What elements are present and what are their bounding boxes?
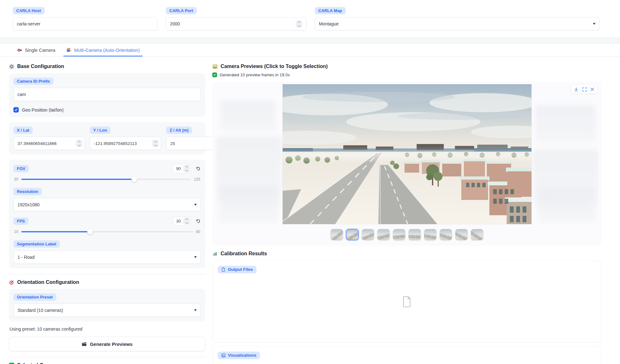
fov-number-input[interactable]: 90 — [173, 164, 191, 173]
picture-frame-icon — [212, 64, 218, 69]
file-icon — [221, 267, 226, 272]
x-lat-label: X / Lat — [13, 127, 33, 134]
fps-reset-button[interactable] — [195, 218, 201, 224]
preset-status-text: Using preset: 10 cameras configured — [10, 326, 205, 332]
tab-single-camera[interactable]: Single Camera — [13, 45, 60, 56]
gallery-thumbnail-7[interactable] — [424, 229, 437, 240]
gallery-main-image[interactable] — [283, 84, 532, 224]
fov-slider-handle[interactable] — [131, 176, 137, 182]
section-gap — [0, 37, 620, 44]
carla-map-select[interactable]: Montague — [315, 17, 600, 31]
fullscreen-button[interactable] — [580, 86, 588, 93]
fov-reset-button[interactable] — [195, 166, 201, 172]
divider — [9, 274, 205, 274]
segmentation-select[interactable]: 1 - Road — [13, 251, 201, 264]
carla-host-label: CARLA Host — [13, 7, 45, 14]
output-files-panel: Output Files — [212, 260, 602, 342]
reset-icon — [196, 166, 201, 171]
geo-position-label: Geo Position (lat/lon) — [22, 107, 64, 113]
segmentation-label: Segmentation Label — [13, 240, 60, 248]
segmentation-value: 1 - Road — [18, 255, 35, 260]
carla-port-label: CARLA Port — [166, 7, 197, 14]
connection-settings: CARLA Host CARLA Port CARLA Map Montague — [0, 0, 620, 37]
previews-column: Camera Previews (Click to Toggle Selecti… — [212, 62, 602, 364]
gallery-thumbnail-8[interactable] — [440, 229, 452, 240]
y-lon-spinner[interactable] — [152, 140, 159, 147]
chevron-down-icon — [593, 23, 595, 25]
bar-chart-icon — [212, 251, 218, 257]
z-alt-label: Z / Alt (m) — [166, 127, 192, 134]
reset-icon — [196, 219, 201, 223]
tab-multi-camera[interactable]: Multi-Camera (Auto-Orientation) — [62, 45, 144, 56]
gallery-toolbar — [571, 85, 598, 94]
base-configuration-heading: Base Configuration — [9, 64, 205, 69]
gallery-thumbnails — [212, 229, 602, 240]
gallery-thumbnail-2[interactable] — [346, 229, 359, 240]
generate-previews-button[interactable]: Generate Previews — [9, 337, 205, 351]
gallery-blur-left — [215, 86, 283, 225]
target-icon — [9, 280, 14, 285]
orientation-preset-value: Standard (10 cameras) — [18, 308, 63, 313]
fov-spinner[interactable] — [183, 165, 190, 172]
gallery-thumbnail-5[interactable] — [393, 229, 405, 240]
fps-number-input[interactable]: 30 — [173, 216, 191, 226]
clapperboard-icon — [81, 341, 87, 347]
fps-spinner[interactable] — [183, 217, 190, 225]
gallery-thumbnail-6[interactable] — [408, 229, 421, 240]
gallery-thumbnail-10[interactable] — [471, 229, 483, 240]
orientation-preset-select[interactable]: Standard (10 cameras) — [13, 304, 201, 317]
x-lat-input[interactable] — [18, 141, 74, 146]
visualizations-label: Visualizations — [218, 352, 260, 359]
fps-slider[interactable]: 10 60 — [14, 230, 200, 234]
orientation-preset-label: Orientation Preset — [13, 293, 56, 301]
output-files-label: Output Files — [218, 266, 257, 273]
tab-bar: Single Camera Multi-Camera (Auto-Orienta… — [0, 44, 620, 57]
camera-id-prefix-input[interactable] — [18, 92, 197, 97]
carla-map-value: Montague — [319, 21, 339, 26]
visualizations-panel: Visualizations — [212, 346, 602, 364]
orientation-preset-group: Orientation Preset Standard (10 cameras) — [9, 289, 205, 321]
prefix-group: Camera ID Prefix Geo Position (lat/lon) — [9, 73, 205, 117]
resolution-label: Resolution — [13, 188, 42, 195]
gallery-thumbnail-9[interactable] — [455, 229, 468, 240]
coordinates-group: X / Lat Y / Lon Z / Alt (m) — [9, 122, 205, 155]
y-lon-input[interactable] — [94, 141, 150, 146]
fov-slider[interactable]: 30 120 — [14, 177, 200, 182]
resolution-value: 1920x1080 — [18, 202, 39, 207]
x-lat-spinner[interactable] — [76, 140, 82, 147]
file-icon — [402, 296, 412, 307]
empty-file-placeholder — [402, 296, 412, 309]
divider — [9, 357, 205, 357]
port-spinner[interactable] — [296, 20, 302, 28]
check-icon — [14, 108, 18, 112]
carla-map-label: CARLA Map — [315, 7, 346, 14]
gallery-panel — [212, 82, 602, 246]
geo-position-checkbox[interactable] — [13, 107, 19, 113]
check-icon — [212, 72, 217, 77]
single-camera-icon — [17, 47, 22, 53]
gallery-blur-right — [531, 86, 599, 225]
check-icon — [9, 363, 14, 364]
gallery-thumbnail-1[interactable] — [330, 229, 343, 240]
fullscreen-icon — [582, 87, 587, 92]
selected-cameras-heading: Selected Cameras — [9, 362, 205, 364]
calibration-results-heading: Calibration Results — [212, 251, 602, 257]
configuration-column: Base Configuration Camera ID Prefix Geo … — [9, 62, 205, 364]
carla-host-input[interactable] — [17, 21, 153, 26]
multi-camera-icon — [66, 47, 72, 53]
resolution-select[interactable]: 1920x1080 — [13, 198, 201, 211]
close-button[interactable] — [588, 86, 596, 93]
chevron-down-icon — [194, 309, 197, 311]
download-button[interactable] — [572, 86, 580, 93]
fps-slider-handle[interactable] — [87, 229, 93, 235]
chevron-down-icon — [194, 204, 197, 206]
gallery-thumbnail-3[interactable] — [362, 229, 374, 240]
camera-preview-scene — [283, 84, 532, 224]
tab-multi-camera-label: Multi-Camera (Auto-Orientation) — [74, 48, 140, 53]
fps-label: FPS — [13, 217, 28, 225]
download-icon — [574, 87, 579, 92]
camera-params-group: FOV 90 30 120 — [9, 160, 205, 268]
carla-port-input[interactable] — [170, 21, 296, 26]
camera-previews-heading: Camera Previews (Click to Toggle Selecti… — [212, 64, 602, 69]
gallery-thumbnail-4[interactable] — [377, 229, 390, 240]
